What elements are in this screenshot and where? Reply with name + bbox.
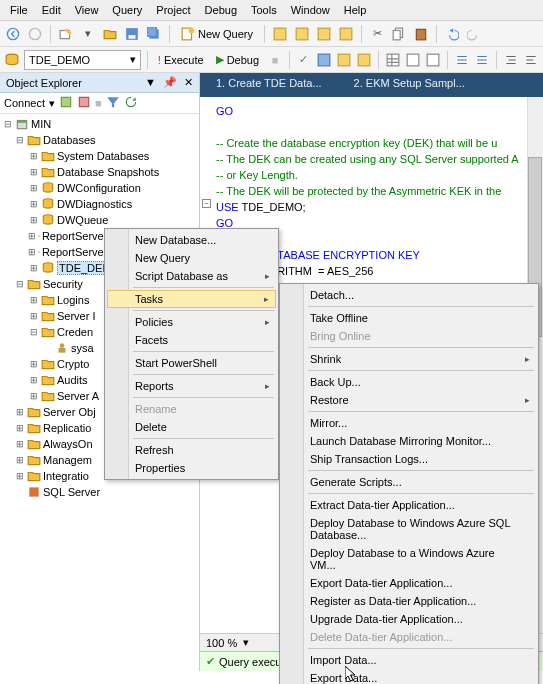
database-combo-value: TDE_DEMO: [29, 54, 90, 66]
task-deploy-azure-vm[interactable]: Deploy Database to a Windows Azure VM...: [282, 544, 536, 574]
task-restore[interactable]: Restore▸: [282, 391, 536, 409]
ctx-new-database[interactable]: New Database...: [107, 231, 276, 249]
filter-icon[interactable]: [106, 95, 120, 111]
ctx-new-query[interactable]: New Query: [107, 249, 276, 267]
menu-view[interactable]: View: [69, 2, 105, 18]
database-combo[interactable]: TDE_DEMO ▾: [24, 50, 141, 70]
use-db-icon[interactable]: [4, 51, 20, 69]
tree-item[interactable]: ⊞System Databases: [0, 148, 199, 164]
ctx-reports[interactable]: Reports▸: [107, 377, 276, 395]
menu-project[interactable]: Project: [150, 2, 196, 18]
tb2-btn-3[interactable]: [356, 51, 372, 69]
undo-icon[interactable]: [443, 25, 461, 43]
tb-btn-3[interactable]: [315, 25, 333, 43]
autohide-icon[interactable]: 📌: [163, 76, 177, 88]
menu-window[interactable]: Window: [285, 2, 336, 18]
menu-help[interactable]: Help: [338, 2, 373, 18]
comment-icon[interactable]: [454, 51, 470, 69]
ctx-tasks[interactable]: Tasks▸: [107, 290, 276, 308]
fold-icon[interactable]: −: [202, 199, 211, 208]
close-icon[interactable]: ✕: [184, 76, 193, 88]
task-take-offline[interactable]: Take Offline: [282, 309, 536, 327]
tab-ekm-setup[interactable]: 2. EKM Setup Sampl...: [338, 73, 481, 97]
task-import-data[interactable]: Import Data...: [282, 651, 536, 669]
outdent-icon[interactable]: [523, 51, 539, 69]
tb2-btn-1[interactable]: [316, 51, 332, 69]
copy-icon[interactable]: [390, 25, 408, 43]
nav-back-icon[interactable]: [4, 25, 22, 43]
tree-item[interactable]: ⊞Database Snapshots: [0, 164, 199, 180]
play-icon: ▶: [216, 53, 224, 66]
tree-item[interactable]: ⊞DWConfiguration: [0, 180, 199, 196]
new-project-icon[interactable]: [57, 25, 75, 43]
uncomment-icon[interactable]: [474, 51, 490, 69]
tree-server[interactable]: ⊟MIN: [0, 116, 199, 132]
submenu-arrow-icon: ▸: [265, 381, 270, 391]
menu-edit[interactable]: Edit: [36, 2, 67, 18]
menu-query[interactable]: Query: [106, 2, 148, 18]
ctx-facets[interactable]: Facets: [107, 331, 276, 349]
task-deploy-azure-db[interactable]: Deploy Database to Windows Azure SQL Dat…: [282, 514, 536, 544]
connect-icon[interactable]: [59, 95, 73, 111]
tab-create-tde[interactable]: 1. Create TDE Data...: [200, 73, 338, 97]
execute-button[interactable]: ! Execute: [154, 53, 208, 67]
ctx-start-powershell[interactable]: Start PowerShell: [107, 354, 276, 372]
tb-btn-4[interactable]: [337, 25, 355, 43]
debug-label: Debug: [227, 54, 259, 66]
ctx-properties[interactable]: Properties: [107, 459, 276, 477]
results-grid-icon[interactable]: [385, 51, 401, 69]
indent-icon[interactable]: [503, 51, 519, 69]
save-icon[interactable]: [123, 25, 141, 43]
task-shrink[interactable]: Shrink▸: [282, 350, 536, 368]
new-query-button[interactable]: New Query: [176, 25, 258, 43]
tree-item[interactable]: ⊞DWQueue: [0, 212, 199, 228]
tree-item[interactable]: SQL Server: [0, 484, 199, 500]
task-export-dt[interactable]: Export Data-tier Application...: [282, 574, 536, 592]
svg-rect-15: [416, 29, 425, 39]
tb-btn-1[interactable]: [271, 25, 289, 43]
task-detach[interactable]: Detach...: [282, 286, 536, 304]
object-explorer-toolbar: Connect ▾ ■: [0, 93, 199, 114]
menu-tools[interactable]: Tools: [245, 2, 283, 18]
svg-point-33: [60, 343, 65, 348]
zoom-value[interactable]: 100 %: [206, 637, 237, 649]
menu-debug[interactable]: Debug: [199, 2, 243, 18]
task-extract-dt[interactable]: Extract Data-tier Application...: [282, 496, 536, 514]
open-icon[interactable]: [101, 25, 119, 43]
connect-button[interactable]: Connect: [4, 97, 45, 109]
ctx-refresh[interactable]: Refresh: [107, 441, 276, 459]
disconnect-icon[interactable]: [77, 95, 91, 111]
nav-fwd-icon[interactable]: [26, 25, 44, 43]
task-backup[interactable]: Back Up...: [282, 373, 536, 391]
debug-button[interactable]: ▶ Debug: [212, 52, 263, 67]
tb2-btn-2[interactable]: [336, 51, 352, 69]
paste-icon[interactable]: [412, 25, 430, 43]
task-register-dt[interactable]: Register as Data-tier Application...: [282, 592, 536, 610]
menu-file[interactable]: File: [4, 2, 34, 18]
tb-btn-2[interactable]: [293, 25, 311, 43]
ctx-script-database[interactable]: Script Database as▸: [107, 267, 276, 285]
refresh-icon[interactable]: [124, 95, 138, 111]
save-all-icon[interactable]: [145, 25, 163, 43]
task-upgrade-dt[interactable]: Upgrade Data-tier Application...: [282, 610, 536, 628]
redo-icon[interactable]: [465, 25, 483, 43]
pin-icon[interactable]: ▼: [145, 76, 156, 88]
parse-icon[interactable]: ✓: [296, 51, 312, 69]
task-ship-logs[interactable]: Ship Transaction Logs...: [282, 450, 536, 468]
task-launch-mirror-monitor[interactable]: Launch Database Mirroring Monitor...: [282, 432, 536, 450]
task-export-data[interactable]: Export Data...: [282, 669, 536, 684]
ctx-policies[interactable]: Policies▸: [107, 313, 276, 331]
chevron-down-icon[interactable]: ▾: [243, 636, 249, 649]
stop-icon[interactable]: ■: [95, 97, 102, 109]
results-file-icon[interactable]: [425, 51, 441, 69]
task-mirror[interactable]: Mirror...: [282, 414, 536, 432]
stop-icon[interactable]: ■: [267, 51, 283, 69]
tree-item[interactable]: ⊞DWDiagnostics: [0, 196, 199, 212]
chevron-down-icon[interactable]: ▾: [49, 97, 55, 110]
dropdown-icon[interactable]: ▾: [79, 25, 97, 43]
results-text-icon[interactable]: [405, 51, 421, 69]
tree-databases[interactable]: ⊟Databases: [0, 132, 199, 148]
ctx-delete[interactable]: Delete: [107, 418, 276, 436]
cut-icon[interactable]: ✂: [368, 25, 386, 43]
task-generate-scripts[interactable]: Generate Scripts...: [282, 473, 536, 491]
